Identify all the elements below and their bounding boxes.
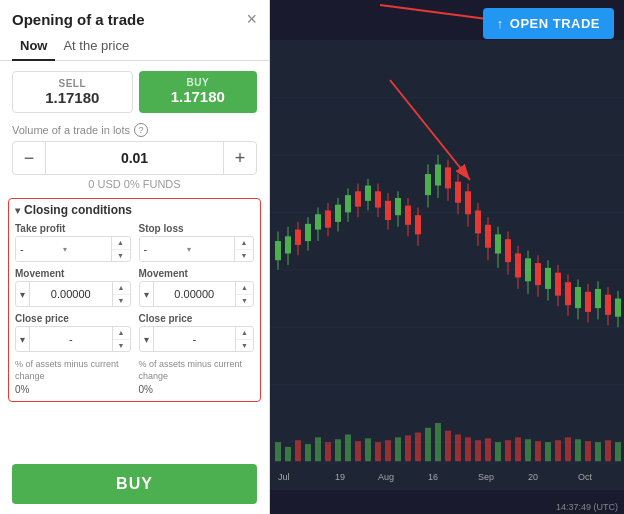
sl-movement-label: Movement <box>139 268 255 279</box>
svg-rect-20 <box>315 214 321 229</box>
take-profit-up-arrow[interactable]: ▲ <box>112 237 130 250</box>
close-button[interactable]: × <box>246 10 257 28</box>
funds-row: 0 USD 0% FUNDS <box>12 178 257 190</box>
svg-rect-84 <box>305 444 311 461</box>
volume-value: 0.01 <box>45 142 224 174</box>
stop-loss-up-arrow[interactable]: ▲ <box>235 237 253 250</box>
stop-loss-select[interactable]: - ▾ ▲ ▼ <box>139 236 255 262</box>
svg-text:16: 16 <box>428 473 438 483</box>
tp-movement-row: ▾ 0.00000 ▲ ▼ <box>15 281 131 307</box>
sl-movement-field: Movement ▾ 0.00000 ▲ ▼ <box>139 268 255 307</box>
buy-button[interactable]: BUY <box>12 464 257 504</box>
sl-movement-arrows[interactable]: ▲ ▼ <box>235 282 253 306</box>
svg-rect-66 <box>545 268 551 289</box>
svg-rect-95 <box>415 433 421 462</box>
svg-text:Aug: Aug <box>378 473 394 483</box>
svg-rect-97 <box>435 423 441 461</box>
svg-rect-60 <box>515 254 521 278</box>
chevron-icon: ▾ <box>15 205 20 216</box>
sl-close-price-label: Close price <box>139 313 255 324</box>
cc-grid: Take profit - ▾ ▲ ▼ Stop loss <box>15 223 254 395</box>
svg-rect-14 <box>285 236 291 253</box>
buy-box[interactable]: BUY 1.17180 <box>139 71 258 113</box>
tp-movement-dropdown[interactable]: ▾ <box>16 282 30 306</box>
svg-rect-26 <box>345 195 351 212</box>
svg-rect-91 <box>375 442 381 461</box>
closing-conditions-header[interactable]: ▾ Closing conditions <box>15 203 254 217</box>
help-icon[interactable]: ? <box>134 123 148 137</box>
volume-minus-button[interactable]: − <box>13 142 45 174</box>
trade-icon: ↑ <box>497 16 504 31</box>
svg-rect-64 <box>535 263 541 285</box>
stop-loss-select-value: - <box>144 243 187 255</box>
svg-rect-111 <box>575 439 581 461</box>
svg-rect-12 <box>275 241 281 260</box>
buy-value: 1.17180 <box>143 88 254 105</box>
tp-movement-up[interactable]: ▲ <box>113 282 130 295</box>
sl-movement-dn[interactable]: ▼ <box>236 295 253 307</box>
chart-panel: ↑ OPEN TRADE <box>270 0 624 514</box>
svg-rect-54 <box>485 225 491 248</box>
svg-rect-89 <box>355 441 361 461</box>
sell-box[interactable]: SELL 1.17180 <box>12 71 133 113</box>
sell-buy-row: SELL 1.17180 BUY 1.17180 <box>12 71 257 113</box>
svg-rect-16 <box>295 230 301 245</box>
svg-rect-113 <box>595 442 601 461</box>
tp-pct: 0% <box>15 384 131 395</box>
tp-close-dropdown[interactable]: ▾ <box>16 327 30 351</box>
tp-movement-field: Movement ▾ 0.00000 ▲ ▼ <box>15 268 131 307</box>
svg-rect-80 <box>615 299 621 317</box>
svg-rect-93 <box>395 437 401 461</box>
stop-loss-arrows[interactable]: ▲ ▼ <box>235 237 253 261</box>
sl-close-price-row: ▾ - ▲ ▼ <box>139 326 255 352</box>
take-profit-select[interactable]: - ▾ ▲ ▼ <box>15 236 131 262</box>
svg-rect-78 <box>605 295 611 315</box>
svg-rect-99 <box>455 434 461 461</box>
stop-loss-down-arrow[interactable]: ▼ <box>235 250 253 262</box>
svg-rect-70 <box>565 282 571 305</box>
tp-close-up[interactable]: ▲ <box>113 327 130 340</box>
svg-rect-56 <box>495 234 501 253</box>
take-profit-down-arrow[interactable]: ▼ <box>112 250 130 262</box>
svg-rect-74 <box>585 292 591 312</box>
sl-sub-label: % of assets minus current change <box>139 359 255 382</box>
sl-close-dn[interactable]: ▼ <box>236 340 253 352</box>
sl-pct: 0% <box>139 384 255 395</box>
tp-close-dn[interactable]: ▼ <box>113 340 130 352</box>
sl-close-dropdown[interactable]: ▾ <box>140 327 154 351</box>
svg-rect-85 <box>315 437 321 461</box>
take-profit-arrows[interactable]: ▲ ▼ <box>112 237 130 261</box>
svg-rect-109 <box>555 440 561 461</box>
sl-close-up[interactable]: ▲ <box>236 327 253 340</box>
svg-rect-115 <box>615 442 621 461</box>
buy-button-wrap: BUY <box>0 456 269 514</box>
sl-movement-up[interactable]: ▲ <box>236 282 253 295</box>
sl-close-arrows[interactable]: ▲ ▼ <box>235 327 253 351</box>
chart-timestamp: 14:37:49 (UTC) <box>556 502 618 512</box>
tp-movement-label: Movement <box>15 268 131 279</box>
volume-label-row: Volume of a trade in lots ? <box>12 123 257 137</box>
svg-rect-32 <box>375 191 381 207</box>
tp-movement-dn[interactable]: ▼ <box>113 295 130 307</box>
svg-rect-108 <box>545 442 551 461</box>
sl-movement-dropdown[interactable]: ▾ <box>140 282 154 306</box>
svg-rect-83 <box>295 440 301 461</box>
volume-stepper: − 0.01 + <box>12 141 257 175</box>
volume-label: Volume of a trade in lots <box>12 124 130 136</box>
svg-text:20: 20 <box>528 473 538 483</box>
candlestick-chart: Jul 19 Aug 16 Sep 20 Oct <box>270 40 624 490</box>
closing-conditions-section: ▾ Closing conditions Take profit - ▾ ▲ ▼ <box>8 198 261 402</box>
tab-at-price[interactable]: At the price <box>55 32 137 61</box>
tabs-bar: Now At the price <box>0 32 269 61</box>
tp-movement-arrows[interactable]: ▲ ▼ <box>112 282 130 306</box>
stop-loss-select-display[interactable]: - ▾ <box>140 237 236 261</box>
tab-now[interactable]: Now <box>12 32 55 61</box>
take-profit-select-display[interactable]: - ▾ <box>16 237 112 261</box>
tp-close-arrows[interactable]: ▲ ▼ <box>112 327 130 351</box>
svg-rect-40 <box>415 215 421 234</box>
svg-rect-46 <box>445 167 451 188</box>
take-profit-select-value: - <box>20 243 63 255</box>
open-trade-button[interactable]: ↑ OPEN TRADE <box>483 8 614 39</box>
volume-plus-button[interactable]: + <box>224 142 256 174</box>
svg-rect-94 <box>405 435 411 461</box>
